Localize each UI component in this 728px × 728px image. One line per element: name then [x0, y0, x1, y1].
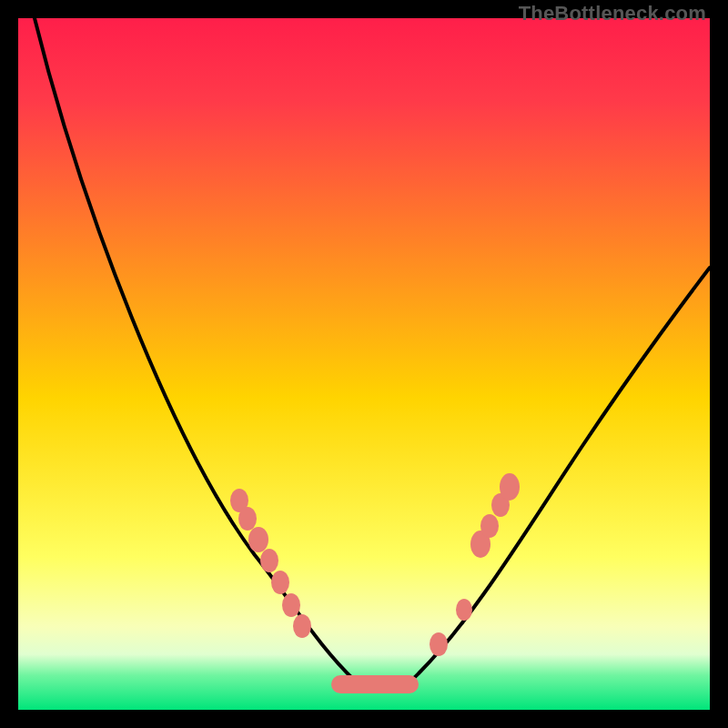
svg-point-1: [238, 507, 257, 531]
svg-rect-7: [331, 675, 419, 693]
svg-point-13: [500, 473, 520, 500]
svg-point-4: [271, 571, 289, 594]
watermark-text: TheBottleneck.com: [519, 2, 706, 25]
svg-point-9: [456, 599, 472, 621]
svg-point-5: [282, 593, 300, 617]
svg-point-6: [293, 614, 311, 638]
bottleneck-chart: [18, 18, 710, 710]
markers-bottom: [331, 675, 419, 693]
gradient-background: [18, 18, 710, 710]
chart-frame: [18, 18, 710, 710]
svg-point-3: [260, 549, 278, 572]
svg-point-8: [430, 632, 448, 656]
svg-point-11: [480, 514, 499, 538]
svg-point-2: [248, 527, 268, 552]
